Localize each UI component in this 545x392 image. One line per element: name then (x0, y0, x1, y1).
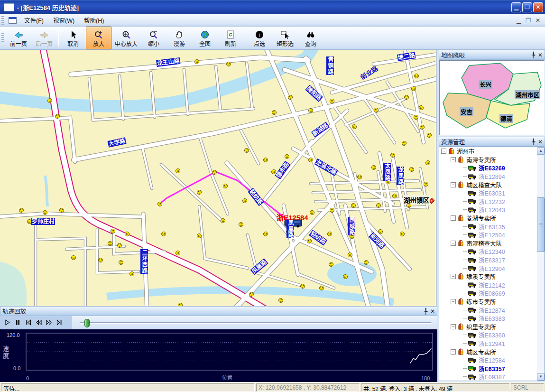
truck-icon (468, 265, 477, 271)
tree-collapse-icon[interactable]: − (451, 182, 456, 187)
smiley-marker (348, 253, 352, 257)
tree-collapse-icon[interactable]: − (451, 241, 456, 246)
fast-forward-button[interactable] (44, 317, 54, 327)
tree-root-city[interactable]: −湖州市 (439, 147, 545, 156)
tree-vehicle[interactable]: 浙E09387 (439, 373, 545, 381)
menu-item-2[interactable]: 帮助(H) (79, 16, 109, 26)
map-canvas[interactable]: 龙王山路青铜路陵阳路塘二路创业路新湖路大学路德丰路龙溪北路轻纺路轻纺路凤凰路凤凰… (0, 50, 436, 306)
tree-group[interactable]: −埭溪专卖所 (439, 272, 545, 281)
playback-slider[interactable] (80, 322, 432, 324)
tree-group[interactable]: −菱湖专卖所 (439, 214, 545, 223)
tree-group[interactable]: −织里专卖所 (439, 322, 545, 331)
toolbar-cancel-button[interactable]: 取消 (60, 27, 86, 49)
tree-collapse-icon[interactable]: − (451, 349, 456, 355)
smiley-marker (288, 95, 293, 100)
tree-vehicle[interactable]: 浙E12904 (439, 264, 545, 272)
tree-vehicle[interactable]: 浙E12894 (439, 172, 545, 181)
tree-connector (463, 226, 467, 227)
tree-vehicle[interactable]: 浙E12584 (439, 356, 545, 364)
smiley-marker (386, 180, 390, 184)
tree-group[interactable]: −城区稽查大队 (439, 180, 545, 189)
tree-vehicle[interactable]: 浙E12874 (439, 306, 545, 314)
tree-vehicle[interactable]: 浙E08669 (439, 289, 545, 298)
tree-item-label: 埭溪专卖所 (466, 272, 496, 281)
tree-vehicle[interactable]: 浙E12043 (439, 205, 545, 214)
tree-group[interactable]: −练市专卖所 (439, 298, 545, 306)
tree-scrollbar[interactable]: ▲ ▼ (537, 147, 545, 381)
menu-item-1[interactable]: 视窗(W) (48, 16, 79, 26)
skip-start-button[interactable] (23, 317, 33, 327)
toolbar-zoom-in-button[interactable]: 放大 (86, 27, 111, 49)
toolbar-pan-button[interactable]: 漫游 (166, 27, 192, 49)
x-axis-label: 位置 (222, 373, 232, 381)
organization-icon (457, 348, 464, 355)
eagle-region (486, 101, 530, 128)
smiley-marker (427, 133, 432, 138)
menu-item-0[interactable]: 文件(F) (19, 16, 48, 26)
mdi-restore-button[interactable]: ❐ (526, 17, 531, 24)
tree-vehicle[interactable]: 浙E12142 (439, 281, 545, 289)
tree-item-label: 练市专卖所 (466, 297, 496, 306)
close-button[interactable]: ✕ (533, 2, 543, 12)
smiley-marker (391, 153, 395, 158)
tree-collapse-icon[interactable]: − (451, 299, 456, 304)
tree-vehicle[interactable]: 浙E12232 (439, 197, 545, 206)
eagle-eye-map[interactable]: 长兴湖州市区安吉德清 (439, 60, 545, 136)
toolbar-refresh-button[interactable]: 刷新 (218, 27, 243, 49)
close-icon[interactable]: ✕ (538, 139, 543, 145)
tree-vehicle[interactable]: 浙E63357 (439, 364, 545, 373)
close-icon[interactable]: ✕ (538, 52, 543, 58)
tree-vehicle[interactable]: 浙E63269 (439, 164, 545, 172)
toolbar-center-zoom-button[interactable]: 中心放大 (111, 27, 141, 49)
tree-connector (463, 285, 467, 285)
pause-button[interactable] (12, 317, 23, 327)
play-button[interactable] (2, 317, 12, 327)
tree-vehicle[interactable]: 浙E63360 (439, 331, 545, 339)
tree-group[interactable]: −城区专卖所 (439, 347, 545, 356)
organization-icon (457, 273, 464, 280)
smiley-marker (221, 219, 225, 223)
mdi-minimize-button[interactable]: ▁ (517, 17, 521, 24)
tree-collapse-icon[interactable]: − (451, 215, 456, 221)
toolbar-full-map-button[interactable]: 全图 (192, 27, 218, 49)
tree-item-label: 浙E63031 (479, 188, 505, 197)
tree-collapse-icon[interactable]: − (441, 149, 446, 154)
truck-icon (468, 165, 477, 171)
tree-collapse-icon[interactable]: − (451, 157, 456, 162)
scroll-up-button[interactable]: ▲ (537, 147, 545, 155)
scroll-down-button[interactable]: ▼ (537, 373, 545, 381)
toolbar-next-page-button[interactable]: 后一页 (31, 27, 57, 49)
minimize-button[interactable]: ▁ (511, 2, 521, 12)
mdi-close-button[interactable]: ✕ (536, 17, 540, 24)
tree-group[interactable]: −南浔专卖所 (439, 156, 545, 164)
toolbar-rect-select-button[interactable]: 矩形选 (272, 27, 298, 49)
tree-item-label: 南浔专卖所 (466, 155, 496, 164)
close-icon[interactable]: ✕ (430, 308, 435, 314)
tree-vehicle[interactable]: 浙E63031 (439, 189, 545, 197)
toolbar-query-button[interactable]: 查询 (298, 27, 323, 49)
skip-end-button[interactable] (54, 317, 65, 327)
vehicle-icon[interactable] (285, 220, 302, 228)
rewind-button[interactable] (33, 317, 44, 327)
tree-vehicle[interactable]: 浙E12941 (439, 339, 545, 348)
tree-vehicle[interactable]: 浙E63317 (439, 256, 545, 264)
tree-vehicle[interactable]: 浙E12340 (439, 247, 545, 256)
pin-icon[interactable]: ╄ (424, 308, 427, 314)
toolbar-point-select-button[interactable]: i点选 (247, 27, 272, 49)
toolbar-zoom-out-button[interactable]: 缩小 (141, 27, 166, 49)
smiley-marker (400, 232, 405, 236)
tree-vehicle[interactable]: 浙E12504 (439, 231, 545, 239)
slider-thumb[interactable] (84, 319, 90, 327)
resource-tree: −湖州市−南浔专卖所浙E63269浙E12894−城区稽查大队浙E63031浙E… (439, 147, 545, 381)
toolbar-prev-page-button[interactable]: 前一页 (6, 27, 31, 49)
restore-button[interactable]: ❐ (522, 2, 532, 12)
tree-group[interactable]: −南浔稽查大队 (439, 239, 545, 248)
tree-collapse-icon[interactable]: − (451, 274, 456, 279)
scrollbar-thumb[interactable] (537, 197, 545, 252)
pin-icon[interactable]: ╄ (532, 139, 535, 145)
toolbar-button-label: 全图 (199, 39, 211, 47)
tree-collapse-icon[interactable]: − (451, 324, 456, 329)
pin-icon[interactable]: ╄ (532, 52, 535, 58)
tree-vehicle[interactable]: 浙E63135 (439, 222, 545, 231)
tree-vehicle[interactable]: 浙E63383 (439, 314, 545, 323)
